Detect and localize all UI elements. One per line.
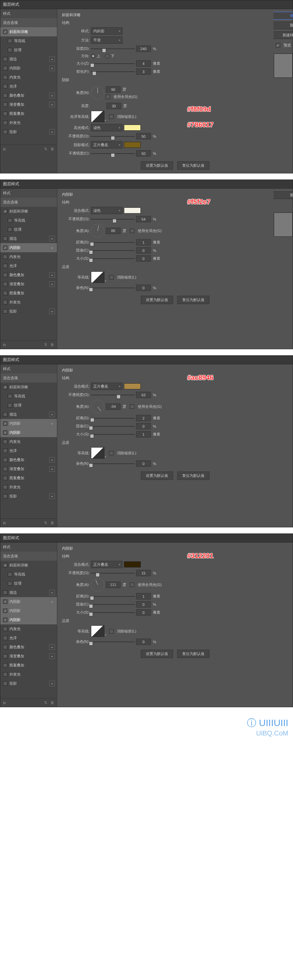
antialias-checkbox[interactable] <box>109 275 113 280</box>
sidebar-satin[interactable]: 光泽 <box>0 261 57 270</box>
sidebar-blend-options[interactable]: 混合选项 <box>0 374 57 383</box>
distance-slider[interactable] <box>91 594 135 599</box>
sidebar-drop-shadow[interactable]: 投影+ <box>0 492 57 501</box>
antialias-checkbox[interactable] <box>109 451 113 455</box>
sidebar-contour[interactable]: 等高线 <box>0 216 57 225</box>
checkbox[interactable] <box>3 66 7 70</box>
angle-dial[interactable] <box>91 86 104 100</box>
sidebar-inner-shadow-2[interactable]: 内阴影 <box>0 428 57 437</box>
noise-slider[interactable] <box>91 286 135 290</box>
sidebar-inner-glow[interactable]: 内发光 <box>0 252 57 261</box>
opacity-slider[interactable] <box>91 393 135 398</box>
style-dropdown[interactable]: 内斜面 <box>91 27 123 35</box>
checkbox[interactable] <box>3 57 7 61</box>
distance-slider[interactable] <box>91 416 135 421</box>
choke-input[interactable]: 0 <box>136 247 151 254</box>
contour-picker[interactable] <box>91 271 104 283</box>
checkbox[interactable] <box>3 102 7 107</box>
noise-slider[interactable] <box>91 640 135 644</box>
checkbox[interactable] <box>3 467 7 471</box>
shadow-color-swatch[interactable] <box>124 142 141 148</box>
checkbox[interactable] <box>3 421 7 426</box>
checkbox[interactable] <box>3 121 7 125</box>
checkbox[interactable] <box>3 627 7 631</box>
sidebar-gradient-overlay[interactable]: 渐变叠加+ <box>0 100 57 109</box>
checkbox[interactable] <box>3 75 7 80</box>
direction-down-radio[interactable] <box>105 54 110 58</box>
size-slider[interactable] <box>91 432 135 437</box>
sidebar-bevel[interactable]: 斜面和浮雕 <box>0 207 57 216</box>
sidebar-inner-glow[interactable]: 内发光 <box>0 624 57 633</box>
sidebar-outer-glow[interactable]: 外发光 <box>0 118 57 127</box>
blend-mode-dropdown[interactable]: 正片叠底 <box>91 383 123 390</box>
size-input[interactable]: 1 <box>136 431 151 438</box>
checkbox[interactable] <box>3 282 7 286</box>
highlight-opacity-slider[interactable] <box>91 134 135 139</box>
checkbox[interactable] <box>3 494 7 498</box>
trash-icon[interactable]: 🗑 <box>51 342 54 347</box>
checkbox[interactable] <box>3 617 7 622</box>
sidebar-stroke[interactable]: 描边+ <box>0 234 57 243</box>
checkbox[interactable] <box>3 663 7 668</box>
sidebar-color-overlay[interactable]: 颜色叠加+ <box>0 270 57 280</box>
sidebar-color-overlay[interactable]: 颜色叠加+ <box>0 455 57 465</box>
angle-dial[interactable] <box>91 578 104 591</box>
checkbox[interactable] <box>3 449 7 453</box>
depth-slider[interactable] <box>91 46 135 51</box>
global-light-checkbox[interactable] <box>106 95 110 99</box>
checkbox[interactable] <box>3 636 7 640</box>
sidebar-satin[interactable]: 光泽 <box>0 633 57 643</box>
highlight-color-swatch[interactable] <box>124 125 141 130</box>
sidebar-pattern-overlay[interactable]: 图案叠加 <box>0 289 57 298</box>
sidebar-stroke[interactable]: 描边+ <box>0 588 57 597</box>
angle-dial[interactable] <box>91 400 104 413</box>
trash-icon[interactable]: 🗑 <box>51 147 54 151</box>
checkbox[interactable] <box>3 245 7 250</box>
color-swatch[interactable] <box>124 207 141 213</box>
checkbox[interactable] <box>3 273 7 277</box>
opacity-slider[interactable] <box>91 571 135 576</box>
distance-input[interactable]: 2 <box>136 415 151 421</box>
sidebar-color-overlay[interactable]: 颜色叠加+ <box>0 91 57 100</box>
noise-input[interactable]: 0 <box>136 460 151 467</box>
choke-slider[interactable] <box>91 424 135 429</box>
checkbox[interactable] <box>3 264 7 268</box>
sidebar-stroke[interactable]: 描边+ <box>0 410 57 419</box>
checkbox[interactable] <box>3 236 7 241</box>
add-icon[interactable]: + <box>49 309 55 314</box>
noise-slider[interactable] <box>91 461 135 466</box>
sidebar-inner-shadow-1[interactable]: 内阴影+ <box>0 419 57 428</box>
choke-input[interactable]: 0 <box>136 423 151 430</box>
preview-checkbox[interactable] <box>276 43 280 48</box>
sidebar-inner-shadow[interactable]: 内阴影+ <box>0 64 57 73</box>
up-down-icon[interactable]: ⇅ <box>44 147 47 151</box>
opacity-input[interactable]: 54 <box>136 216 151 222</box>
add-icon[interactable]: + <box>49 493 55 499</box>
sidebar-inner-shadow[interactable]: 内阴影+ <box>0 243 57 252</box>
sidebar-pattern-overlay[interactable]: 图案叠加 <box>0 661 57 670</box>
sidebar-bevel[interactable]: 斜面和浮雕 <box>0 27 57 37</box>
checkbox[interactable] <box>3 84 7 89</box>
set-default-button[interactable]: 设置为默认值 <box>141 296 173 304</box>
shadow-mode-dropdown[interactable]: 正片叠底 <box>91 141 123 148</box>
checkbox[interactable] <box>8 581 12 585</box>
highlight-mode-dropdown[interactable]: 滤色 <box>91 124 123 131</box>
checkbox[interactable] <box>3 309 7 313</box>
add-icon[interactable]: + <box>49 681 55 686</box>
add-icon[interactable]: + <box>49 653 55 659</box>
checkbox[interactable] <box>3 458 7 462</box>
trash-icon[interactable]: 🗑 <box>51 521 54 525</box>
sidebar-styles[interactable]: 样式 <box>0 189 57 198</box>
noise-input[interactable]: 0 <box>136 285 151 291</box>
checkbox[interactable] <box>3 291 7 295</box>
add-icon[interactable]: + <box>49 599 55 605</box>
checkbox[interactable] <box>8 39 12 43</box>
checkbox[interactable] <box>3 385 7 389</box>
sidebar-inner-glow[interactable]: 内发光 <box>0 73 57 82</box>
sidebar-pattern-overlay[interactable]: 图案叠加 <box>0 474 57 483</box>
checkbox[interactable] <box>8 218 12 223</box>
reset-default-button[interactable]: 复位为默认值 <box>177 471 210 480</box>
depth-input[interactable]: 240 <box>136 46 151 52</box>
distance-input[interactable]: 1 <box>136 593 151 600</box>
add-icon[interactable]: + <box>49 102 55 107</box>
